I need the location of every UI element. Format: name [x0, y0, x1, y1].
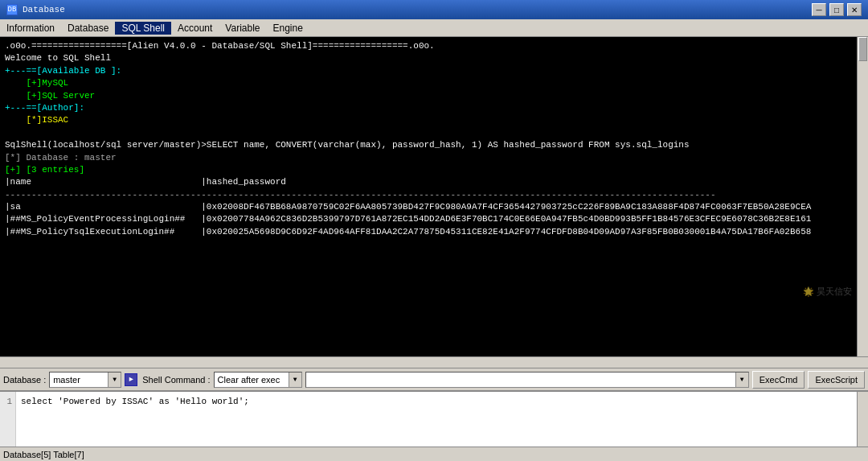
terminal[interactable]: .o0o.==================[Alien V4.0.0 - D…: [0, 37, 868, 356]
h-scroll-track[interactable]: [0, 357, 868, 368]
exec-script-button[interactable]: ExecScript: [808, 371, 865, 389]
terminal-line-14: |##MS_PolicyEventProcessingLogin## |0x02…: [5, 213, 863, 225]
terminal-line-0: .o0o.==================[Alien V4.0.0 - D…: [5, 40, 863, 52]
menu-bar: Information Database SQL Shell Account V…: [0, 19, 868, 37]
terminal-line-8: SqlShell(localhost/sql server/master)>SE…: [5, 139, 863, 151]
line-numbers: 1: [0, 392, 16, 447]
db-value: master: [50, 375, 108, 385]
database-select[interactable]: master ▼: [49, 372, 121, 388]
terminal-line-6: [*]ISSAC: [5, 114, 863, 126]
minimize-button[interactable]: ─: [812, 3, 826, 16]
watermark-text: 🌟 昊天信安: [803, 286, 852, 296]
clear-after-label: Clear after exec: [215, 375, 289, 385]
terminal-line-2: +---==[Available DB ]:: [5, 65, 863, 77]
db-select-arrow-icon[interactable]: ▼: [108, 373, 121, 387]
watermark: 🌟 昊天信安: [803, 286, 852, 298]
script-vscroll[interactable]: [857, 392, 868, 447]
title-bar-left: DB Database: [6, 4, 65, 15]
title-bar: DB Database ─ □ ✕: [0, 0, 868, 19]
menu-item-information[interactable]: Information: [0, 22, 61, 35]
terminal-line-12: ----------------------------------------…: [5, 189, 863, 201]
menu-item-sqlshell[interactable]: SQL Shell: [115, 22, 171, 35]
terminal-line-3: [+]MySQL: [5, 77, 863, 89]
exec-cmd-button[interactable]: ExecCmd: [752, 371, 805, 389]
terminal-line-10: [+] [3 entries]: [5, 164, 863, 176]
menu-item-database[interactable]: Database: [61, 22, 115, 35]
command-input[interactable]: [306, 373, 735, 387]
bottom-toolbar: Database : master ▼ ► Shell Command : Cl…: [0, 368, 868, 390]
terminal-line-7: [5, 127, 863, 139]
menu-item-account[interactable]: Account: [171, 22, 219, 35]
command-input-arrow-icon[interactable]: ▼: [735, 373, 748, 387]
script-line-1: select 'Powered by ISSAC' as 'Hello worl…: [21, 397, 249, 406]
status-text: Database[5] Table[7]: [3, 450, 84, 459]
maximize-button[interactable]: □: [829, 3, 844, 16]
script-content[interactable]: select 'Powered by ISSAC' as 'Hello worl…: [16, 392, 857, 447]
status-bar: Database[5] Table[7]: [0, 447, 868, 461]
window-title: Database: [23, 5, 65, 14]
command-input-wrapper[interactable]: ▼: [305, 372, 749, 388]
terminal-line-9: [*] Database : master: [5, 152, 863, 164]
clear-after-arrow-icon[interactable]: ▼: [289, 373, 301, 387]
main-area: .o0o.==================[Alien V4.0.0 - D…: [0, 37, 868, 447]
terminal-line-4: [+]SQL Server: [5, 90, 863, 102]
clear-after-select[interactable]: Clear after exec ▼: [214, 372, 302, 388]
app-icon: DB: [6, 4, 18, 15]
menu-item-variable[interactable]: Variable: [219, 22, 266, 35]
terminal-line-13: |sa |0x02008DF467BB68A9870759C02F6AA8057…: [5, 201, 863, 213]
horizontal-scrollbar[interactable]: [0, 356, 868, 368]
line-number-1: 1: [3, 395, 12, 409]
terminal-content: .o0o.==================[Alien V4.0.0 - D…: [5, 40, 863, 353]
db-label: Database :: [3, 375, 46, 385]
terminal-line-1: Welcome to SQL Shell: [5, 52, 863, 64]
shell-command-label: Shell Command :: [142, 375, 210, 385]
scroll-thumb[interactable]: [858, 37, 867, 61]
menu-item-engine[interactable]: Engine: [267, 22, 309, 35]
close-button[interactable]: ✕: [847, 3, 862, 16]
script-area: 1 select 'Powered by ISSAC' as 'Hello wo…: [0, 390, 868, 447]
window-controls: ─ □ ✕: [812, 3, 862, 16]
terminal-line-11: |name |hashed_password: [5, 176, 863, 188]
shell-command-icon: ►: [125, 373, 137, 386]
terminal-line-5: +---==[Author]:: [5, 102, 863, 114]
terminal-scrollbar[interactable]: [857, 37, 868, 356]
terminal-line-15: |##MS_PolicyTsqlExecutionLogin## |0x0200…: [5, 226, 863, 238]
